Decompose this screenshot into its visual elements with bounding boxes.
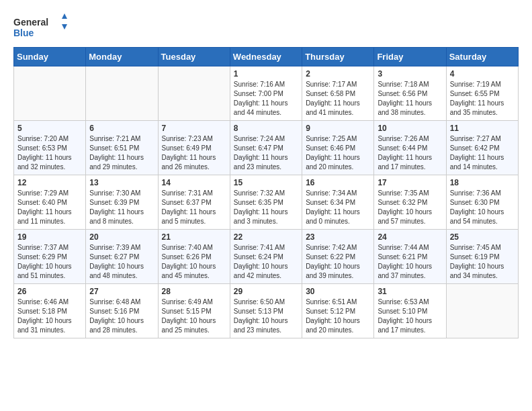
calendar-cell: 11Sunrise: 7:27 AM Sunset: 6:42 PM Dayli… [446,121,518,175]
day-info: Sunrise: 7:39 AM Sunset: 6:27 PM Dayligh… [89,243,154,281]
day-number: 21 [162,232,226,242]
day-info: Sunrise: 7:31 AM Sunset: 6:37 PM Dayligh… [162,189,226,226]
calendar-day-header: Saturday [446,48,518,66]
day-info: Sunrise: 7:36 AM Sunset: 6:30 PM Dayligh… [450,189,515,226]
day-number: 14 [162,178,226,187]
day-info: Sunrise: 7:45 AM Sunset: 6:19 PM Dayligh… [450,243,515,281]
svg-text:General: General [13,17,48,28]
day-info: Sunrise: 7:20 AM Sunset: 6:53 PM Dayligh… [17,134,82,172]
calendar-week-row: 5Sunrise: 7:20 AM Sunset: 6:53 PM Daylig… [14,121,519,175]
day-info: Sunrise: 6:46 AM Sunset: 5:18 PM Dayligh… [17,298,82,335]
day-info: Sunrise: 7:29 AM Sunset: 6:40 PM Dayligh… [17,189,82,226]
calendar-cell [158,66,230,121]
calendar-cell: 23Sunrise: 7:42 AM Sunset: 6:22 PM Dayli… [302,230,374,284]
calendar-cell: 31Sunrise: 6:53 AM Sunset: 5:10 PM Dayli… [374,284,446,338]
calendar-cell: 8Sunrise: 7:24 AM Sunset: 6:47 PM Daylig… [230,121,302,175]
calendar-cell: 3Sunrise: 7:18 AM Sunset: 6:56 PM Daylig… [374,66,446,121]
calendar-header-row: SundayMondayTuesdayWednesdayThursdayFrid… [14,48,519,66]
calendar-cell: 5Sunrise: 7:20 AM Sunset: 6:53 PM Daylig… [14,121,86,175]
logo-icon: General Blue [13,13,67,40]
calendar-cell: 30Sunrise: 6:51 AM Sunset: 5:12 PM Dayli… [302,284,374,338]
day-info: Sunrise: 6:49 AM Sunset: 5:15 PM Dayligh… [162,298,226,335]
day-info: Sunrise: 7:18 AM Sunset: 6:56 PM Dayligh… [378,80,442,118]
day-number: 17 [378,178,442,187]
calendar-cell: 12Sunrise: 7:29 AM Sunset: 6:40 PM Dayli… [14,175,86,230]
day-number: 27 [89,287,154,296]
day-number: 30 [306,287,370,296]
day-info: Sunrise: 6:53 AM Sunset: 5:10 PM Dayligh… [378,298,442,335]
day-info: Sunrise: 7:16 AM Sunset: 7:00 PM Dayligh… [234,80,298,118]
svg-marker-2 [62,13,67,19]
day-info: Sunrise: 7:35 AM Sunset: 6:32 PM Dayligh… [378,189,442,226]
day-number: 24 [378,232,442,242]
calendar-cell: 29Sunrise: 6:50 AM Sunset: 5:13 PM Dayli… [230,284,302,338]
calendar-cell: 10Sunrise: 7:26 AM Sunset: 6:44 PM Dayli… [374,121,446,175]
calendar-day-header: Thursday [302,48,374,66]
calendar-day-header: Wednesday [230,48,302,66]
day-number: 23 [306,232,370,242]
day-number: 13 [89,178,154,187]
day-number: 11 [450,124,515,133]
calendar-cell: 25Sunrise: 7:45 AM Sunset: 6:19 PM Dayli… [446,230,518,284]
calendar-week-row: 12Sunrise: 7:29 AM Sunset: 6:40 PM Dayli… [14,175,519,230]
page-header: General Blue [13,13,519,40]
day-number: 29 [234,287,298,296]
day-number: 10 [378,124,442,133]
calendar-cell [86,66,158,121]
calendar-week-row: 1Sunrise: 7:16 AM Sunset: 7:00 PM Daylig… [14,66,519,121]
day-number: 3 [378,69,442,79]
day-info: Sunrise: 6:50 AM Sunset: 5:13 PM Dayligh… [234,298,298,335]
day-number: 28 [162,287,226,296]
day-info: Sunrise: 7:21 AM Sunset: 6:51 PM Dayligh… [89,134,154,172]
day-number: 19 [17,232,82,242]
calendar-cell: 2Sunrise: 7:17 AM Sunset: 6:58 PM Daylig… [302,66,374,121]
calendar-cell [446,284,518,338]
calendar-day-header: Friday [374,48,446,66]
calendar-cell: 21Sunrise: 7:40 AM Sunset: 6:26 PM Dayli… [158,230,230,284]
calendar-cell: 7Sunrise: 7:23 AM Sunset: 6:49 PM Daylig… [158,121,230,175]
calendar-table: SundayMondayTuesdayWednesdayThursdayFrid… [13,47,519,338]
calendar-cell: 15Sunrise: 7:32 AM Sunset: 6:35 PM Dayli… [230,175,302,230]
day-info: Sunrise: 7:32 AM Sunset: 6:35 PM Dayligh… [234,189,298,226]
day-number: 9 [306,124,370,133]
calendar-cell: 28Sunrise: 6:49 AM Sunset: 5:15 PM Dayli… [158,284,230,338]
day-number: 20 [89,232,154,242]
day-number: 25 [450,232,515,242]
calendar-day-header: Tuesday [158,48,230,66]
day-info: Sunrise: 7:40 AM Sunset: 6:26 PM Dayligh… [162,243,226,281]
day-info: Sunrise: 7:30 AM Sunset: 6:39 PM Dayligh… [89,189,154,226]
calendar-cell: 16Sunrise: 7:34 AM Sunset: 6:34 PM Dayli… [302,175,374,230]
day-number: 22 [234,232,298,242]
calendar-cell: 19Sunrise: 7:37 AM Sunset: 6:29 PM Dayli… [14,230,86,284]
day-info: Sunrise: 7:34 AM Sunset: 6:34 PM Dayligh… [306,189,370,226]
day-info: Sunrise: 7:44 AM Sunset: 6:21 PM Dayligh… [378,243,442,281]
day-number: 7 [162,124,226,133]
calendar-cell: 4Sunrise: 7:19 AM Sunset: 6:55 PM Daylig… [446,66,518,121]
day-number: 31 [378,287,442,296]
day-number: 4 [450,69,515,79]
day-number: 18 [450,178,515,187]
calendar-cell: 20Sunrise: 7:39 AM Sunset: 6:27 PM Dayli… [86,230,158,284]
day-number: 2 [306,69,370,79]
calendar-day-header: Monday [86,48,158,66]
day-number: 16 [306,178,370,187]
svg-text:Blue: Blue [13,28,34,38]
day-info: Sunrise: 6:51 AM Sunset: 5:12 PM Dayligh… [306,298,370,335]
day-info: Sunrise: 7:25 AM Sunset: 6:46 PM Dayligh… [306,134,370,172]
calendar-cell: 26Sunrise: 6:46 AM Sunset: 5:18 PM Dayli… [14,284,86,338]
calendar-cell: 14Sunrise: 7:31 AM Sunset: 6:37 PM Dayli… [158,175,230,230]
day-info: Sunrise: 7:24 AM Sunset: 6:47 PM Dayligh… [234,134,298,172]
day-number: 1 [234,69,298,79]
day-number: 8 [234,124,298,133]
calendar-cell: 9Sunrise: 7:25 AM Sunset: 6:46 PM Daylig… [302,121,374,175]
day-info: Sunrise: 7:26 AM Sunset: 6:44 PM Dayligh… [378,134,442,172]
calendar-cell: 17Sunrise: 7:35 AM Sunset: 6:32 PM Dayli… [374,175,446,230]
calendar-cell: 1Sunrise: 7:16 AM Sunset: 7:00 PM Daylig… [230,66,302,121]
day-number: 5 [17,124,82,133]
day-info: Sunrise: 7:19 AM Sunset: 6:55 PM Dayligh… [450,80,515,118]
calendar-week-row: 26Sunrise: 6:46 AM Sunset: 5:18 PM Dayli… [14,284,519,338]
calendar-cell: 18Sunrise: 7:36 AM Sunset: 6:30 PM Dayli… [446,175,518,230]
calendar-cell: 24Sunrise: 7:44 AM Sunset: 6:21 PM Dayli… [374,230,446,284]
day-number: 6 [89,124,154,133]
calendar-cell: 13Sunrise: 7:30 AM Sunset: 6:39 PM Dayli… [86,175,158,230]
